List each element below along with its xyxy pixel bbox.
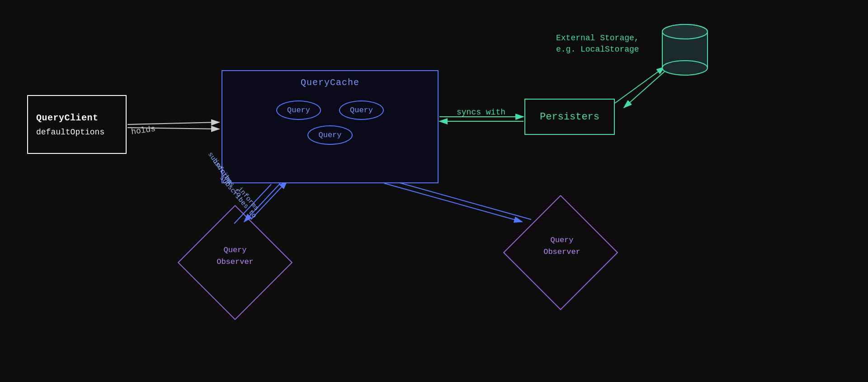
external-storage-line2: e.g. LocalStorage <box>556 45 639 54</box>
to-right-observer-arrow2 <box>393 181 531 220</box>
diagram-container: QueryClient defaultOptions QueryCache Qu… <box>0 0 868 382</box>
svg-point-7 <box>662 61 708 75</box>
to-right-observer-arrow <box>384 183 522 222</box>
query-client-title: QueryClient <box>36 113 99 123</box>
external-storage-line1: External Storage, <box>556 33 639 43</box>
annotation-svg: subscribes to informs <box>208 154 326 244</box>
storage-to-persist-arrow <box>624 72 665 108</box>
database-cylinder <box>660 22 710 81</box>
query-ellipse-1: Query <box>276 100 321 120</box>
query-cache-title: QueryCache <box>301 77 359 88</box>
persisters-label: Persisters <box>540 111 599 123</box>
external-storage-label: External Storage, e.g. LocalStorage <box>556 33 639 55</box>
svg-point-8 <box>662 24 708 39</box>
persisters-box: Persisters <box>524 99 615 135</box>
query-ellipses-top-row: Query Query <box>276 100 384 120</box>
holds-arrow <box>127 122 219 124</box>
query-client-subtitle: defaultOptions <box>36 128 104 137</box>
persist-to-storage-arrow <box>615 67 665 103</box>
diagram-svg <box>0 0 868 382</box>
query-ellipse-3: Query <box>307 125 352 145</box>
query-ellipse-2: Query <box>339 100 384 120</box>
syncs-with-label: syncs with <box>457 108 505 117</box>
informs-text: informs <box>211 158 234 186</box>
query-client-box: QueryClient defaultOptions <box>27 95 127 154</box>
